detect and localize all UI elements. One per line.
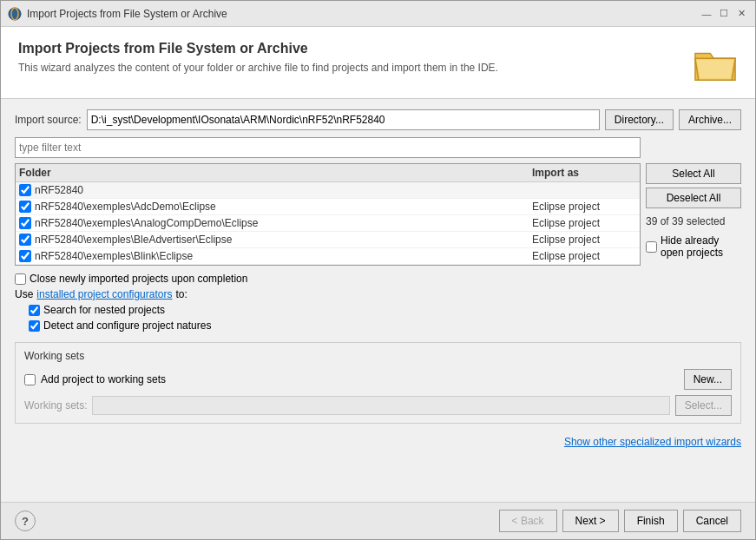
row-folder-2: nRF52840\exemples\AnalogCompDemo\Eclipse: [35, 217, 532, 229]
header-subtitle: This wizard analyzes the content of your…: [18, 62, 693, 74]
maximize-button[interactable]: ☐: [717, 7, 731, 21]
row-import-as-1: Eclipse project: [532, 201, 636, 213]
use-configurators-prefix: Use: [15, 288, 33, 300]
table-row[interactable]: nRF52840\exemples\Blink\Eclipse Eclipse …: [16, 248, 640, 265]
detect-natures-row: Detect and configure project natures: [15, 319, 741, 332]
deselect-all-button[interactable]: Deselect All: [646, 188, 741, 208]
table-body: nRF52840 nRF52840\exemples\AdcDemo\Eclip…: [16, 182, 640, 265]
row-import-as-4: Eclipse project: [532, 250, 636, 262]
right-panel: Select All Deselect All 39 of 39 selecte…: [646, 163, 741, 266]
minimize-button[interactable]: —: [700, 7, 713, 21]
working-sets-name-row: Working sets: Select...: [24, 395, 732, 416]
table-header: Folder Import as: [16, 164, 640, 182]
hide-open-checkbox[interactable]: [646, 241, 657, 253]
column-import-as: Import as: [532, 167, 636, 179]
row-folder-4: nRF52840\exemples\Blink\Eclipse: [35, 250, 532, 262]
hide-open-label: Hide already open projects: [661, 234, 741, 259]
close-newly-row: Close newly imported projects upon compl…: [15, 273, 741, 285]
row-checkbox-0[interactable]: [19, 184, 31, 196]
next-button[interactable]: Next >: [562, 510, 619, 532]
select-all-button[interactable]: Select All: [646, 163, 741, 184]
header-title: Import Projects from File System or Arch…: [18, 41, 693, 56]
cancel-button[interactable]: Cancel: [683, 510, 741, 532]
filter-input[interactable]: [15, 137, 641, 158]
row-folder-3: nRF52840\exemples\BleAdvertiser\Eclipse: [35, 234, 532, 246]
import-source-input[interactable]: [87, 109, 600, 130]
header-section: Import Projects from File System or Arch…: [1, 27, 755, 99]
specialized-link-section: Show other specialized import wizards: [15, 436, 741, 448]
use-configurators-row: Use installed project configurators to:: [15, 288, 741, 300]
table-section: Folder Import as nRF52840 nR: [15, 163, 741, 266]
close-newly-checkbox[interactable]: [15, 273, 26, 285]
add-to-working-sets-label: Add project to working sets: [41, 373, 166, 385]
hide-open-row: Hide already open projects: [646, 234, 741, 259]
header-text: Import Projects from File System or Arch…: [18, 41, 693, 74]
row-checkbox-1[interactable]: [19, 201, 31, 213]
working-sets-add-row: Add project to working sets New...: [24, 369, 732, 390]
row-checkbox-2[interactable]: [19, 217, 31, 229]
selection-info: 39 of 39 selected: [646, 215, 741, 227]
column-folder: Folder: [19, 167, 532, 179]
add-to-working-sets-checkbox[interactable]: [24, 374, 36, 385]
svg-marker-4: [697, 60, 733, 78]
import-source-label: Import source:: [15, 114, 82, 126]
window-controls: — ☐ ✕: [700, 7, 748, 21]
import-source-row: Import source: Directory... Archive...: [15, 109, 741, 130]
search-nested-label: Search for nested projects: [43, 304, 165, 316]
table-row[interactable]: nRF52840\exemples\AdcDemo\Eclipse Eclips…: [16, 199, 640, 215]
close-button[interactable]: ✕: [734, 7, 748, 21]
title-bar: Import Projects from File System or Arch…: [1, 1, 755, 27]
help-button[interactable]: ?: [15, 510, 36, 531]
table-row[interactable]: nRF52840: [16, 182, 640, 199]
projects-table: Folder Import as nRF52840 nR: [15, 163, 641, 266]
use-configurators-suffix: to:: [175, 288, 187, 300]
header-icon: [693, 41, 738, 86]
row-checkbox-3[interactable]: [19, 234, 31, 246]
main-window: Import Projects from File System or Arch…: [0, 0, 756, 540]
archive-button[interactable]: Archive...: [679, 109, 741, 130]
configurators-link[interactable]: installed project configurators: [36, 288, 172, 300]
new-working-set-button[interactable]: New...: [684, 369, 732, 390]
footer: ? < Back Next > Finish Cancel: [1, 502, 755, 539]
specialized-link[interactable]: Show other specialized import wizards: [564, 436, 741, 448]
folder-icon: [694, 42, 737, 85]
options-section: Close newly imported projects upon compl…: [15, 273, 741, 332]
table-row[interactable]: nRF52840\exemples\BleAdvertiser\Eclipse …: [16, 232, 640, 248]
row-folder-0: nRF52840: [35, 184, 532, 196]
detect-natures-checkbox[interactable]: [29, 320, 40, 332]
working-sets-input[interactable]: [92, 396, 669, 415]
row-import-as-3: Eclipse project: [532, 234, 636, 246]
finish-button[interactable]: Finish: [624, 510, 678, 532]
detect-natures-label: Detect and configure project natures: [43, 319, 211, 332]
working-sets-group: Working sets Add project to working sets…: [15, 342, 741, 424]
row-checkbox-4[interactable]: [19, 250, 31, 262]
back-button[interactable]: < Back: [499, 510, 557, 532]
search-nested-row: Search for nested projects: [15, 304, 741, 316]
table-row[interactable]: nRF52840\exemples\AnalogCompDemo\Eclipse…: [16, 215, 640, 232]
row-import-as-2: Eclipse project: [532, 217, 636, 229]
working-sets-title: Working sets: [24, 350, 732, 362]
row-folder-1: nRF52840\exemples\AdcDemo\Eclipse: [35, 201, 532, 213]
svg-point-0: [9, 8, 21, 20]
title-bar-label: Import Projects from File System or Arch…: [27, 8, 694, 20]
main-content: Import source: Directory... Archive... F…: [1, 99, 755, 502]
close-newly-label: Close newly imported projects upon compl…: [30, 273, 247, 285]
search-nested-checkbox[interactable]: [29, 305, 40, 316]
select-working-sets-button[interactable]: Select...: [675, 395, 732, 416]
working-sets-label: Working sets:: [24, 399, 87, 412]
app-icon: [8, 7, 22, 21]
directory-button[interactable]: Directory...: [605, 109, 674, 130]
